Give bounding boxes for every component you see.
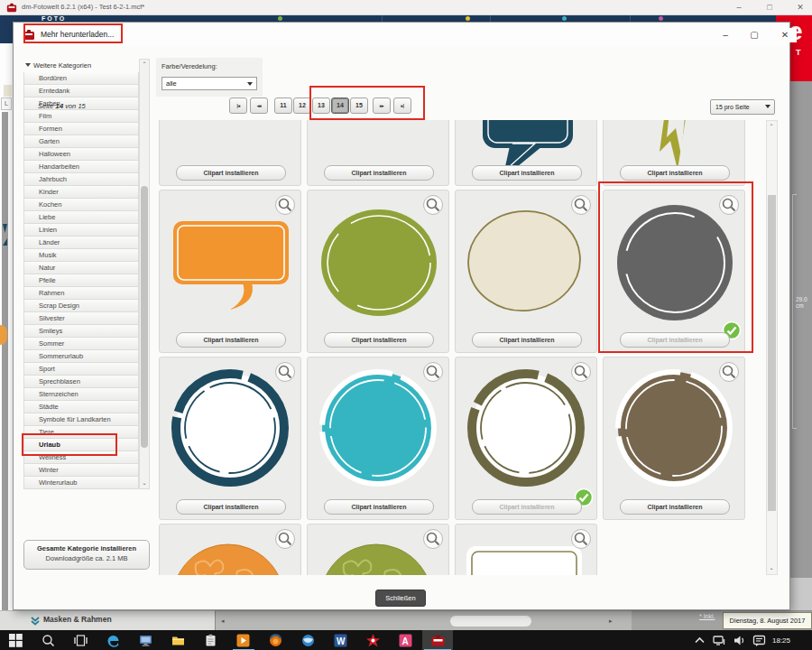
page-button-12[interactable]: 12 <box>293 98 311 114</box>
sidebar-item[interactable]: Städte <box>23 401 139 413</box>
tray-chevron-up-icon[interactable] <box>693 634 706 647</box>
sidebar-item[interactable]: Sommerurlaub <box>23 350 139 363</box>
sidebar-item[interactable]: Scrap Design <box>23 300 139 312</box>
clipart-install-button[interactable]: Clipart installieren <box>176 499 286 515</box>
panel-chevron-icon[interactable] <box>31 617 40 626</box>
clipart-install-button[interactable]: Clipart installieren <box>324 332 434 348</box>
firefox-icon[interactable] <box>269 634 282 647</box>
start-button-icon[interactable] <box>9 634 23 647</box>
sidebar-item[interactable]: Sport <box>23 363 139 376</box>
sidebar-item[interactable]: Formen <box>23 123 139 135</box>
scroll-up-icon[interactable]: ⌃ <box>140 60 149 70</box>
main-maximize-button[interactable]: □ <box>760 2 780 14</box>
clipart-install-button[interactable]: Clipart installieren <box>324 165 434 181</box>
grid-scrollbar[interactable]: ⌃ ⌄ <box>766 120 778 575</box>
dialog-maximize-button[interactable]: ▢ <box>743 28 766 42</box>
sidebar-item[interactable]: Kinder <box>23 186 139 199</box>
dialog-close-button[interactable]: ✕ <box>773 28 797 42</box>
horizontal-scrollbar[interactable]: ◂ ▸ <box>215 610 632 630</box>
task-view-icon[interactable] <box>74 634 88 647</box>
page-button-11[interactable]: 11 <box>274 98 292 114</box>
zoom-preview-icon[interactable] <box>571 529 591 549</box>
zoom-preview-icon[interactable] <box>423 195 443 215</box>
photo-app-icon[interactable] <box>366 634 380 647</box>
mail-app-icon[interactable] <box>301 634 315 647</box>
horizontal-scrollbar-thumb[interactable] <box>450 616 531 627</box>
media-player-icon[interactable] <box>236 634 250 647</box>
clipart-install-button[interactable]: Clipart installieren <box>620 165 730 181</box>
last-page-button[interactable]: ▸| <box>393 98 411 114</box>
zoom-preview-icon[interactable] <box>423 529 443 549</box>
volume-icon[interactable] <box>733 634 746 647</box>
sidebar-item[interactable]: Kochen <box>23 199 139 211</box>
sidebar-item[interactable]: Halloween <box>23 148 139 161</box>
sidebar-item[interactable]: Natur <box>23 262 139 274</box>
sidebar-item[interactable]: Symbole für Landkarten <box>23 413 139 426</box>
sidebar-item[interactable]: Garten <box>23 135 139 148</box>
sidebar-item[interactable]: Film <box>23 110 139 123</box>
per-page-select[interactable]: 15 pro Seite <box>710 99 775 115</box>
sidebar-item[interactable]: Sternzeichen <box>23 388 139 401</box>
sidebar-item[interactable]: Winter <box>23 464 139 477</box>
zoom-preview-icon[interactable] <box>719 362 739 382</box>
sidebar-item[interactable]: Wellness <box>23 451 139 464</box>
zoom-preview-icon[interactable] <box>423 362 443 382</box>
page-button-14-active[interactable]: 14 <box>331 98 349 114</box>
sidebar-scrollbar[interactable]: ⌃ ⌄ <box>139 59 150 489</box>
sidebar-item-urlaub-selected[interactable]: Urlaub <box>23 439 139 451</box>
grid-scrollbar-thumb[interactable] <box>768 195 776 511</box>
dialog-minimize-button[interactable]: – <box>714 28 737 42</box>
main-minimize-button[interactable]: – <box>729 2 749 14</box>
zoom-preview-icon[interactable] <box>571 362 591 382</box>
sidebar-item[interactable]: Sprechblasen <box>23 376 139 388</box>
sidebar-item[interactable]: Erntedank <box>23 85 139 98</box>
remote-desktop-icon[interactable] <box>139 634 152 647</box>
search-icon[interactable] <box>42 634 55 647</box>
sidebar-item[interactable]: Smileys <box>23 325 139 338</box>
sidebar-item[interactable]: Bordüren <box>23 72 139 85</box>
install-category-button[interactable]: Gesamte Kategorie installieren Downloadg… <box>23 540 150 570</box>
zoom-preview-icon[interactable] <box>275 195 295 215</box>
clipart-install-button[interactable]: Clipart installieren <box>472 165 582 181</box>
edge-browser-icon[interactable] <box>106 634 120 647</box>
sidebar-item[interactable]: Jahrbuch <box>23 173 139 186</box>
panel-label[interactable]: Masken & Rahmen <box>43 615 112 624</box>
clipart-install-button[interactable]: Clipart installieren <box>176 332 286 348</box>
sidebar-item[interactable]: Liebe <box>23 211 139 224</box>
sidebar-item[interactable]: Handarbeiten <box>23 161 139 173</box>
access-icon[interactable]: A <box>399 634 412 647</box>
zoom-preview-icon[interactable] <box>275 362 295 382</box>
page-button-13[interactable]: 13 <box>312 98 330 114</box>
clipart-install-button[interactable]: Clipart installieren <box>472 332 582 348</box>
sidebar-item[interactable]: Silvester <box>23 312 139 325</box>
dm-fotowelt-taskbar-icon[interactable] <box>431 634 445 647</box>
scroll-left-icon[interactable]: ◂ <box>221 618 225 625</box>
first-page-button[interactable]: |◂ <box>229 98 247 114</box>
scroll-down-icon[interactable]: ⌄ <box>767 563 776 573</box>
filter-select[interactable]: alle <box>161 77 257 90</box>
scroll-up-icon[interactable]: ⌃ <box>767 122 776 132</box>
zoom-preview-icon[interactable] <box>571 195 591 215</box>
notification-icon[interactable] <box>752 634 766 647</box>
sidebar-item[interactable]: Länder <box>23 237 139 249</box>
file-explorer-icon[interactable] <box>171 634 185 647</box>
main-close-button[interactable]: ✕ <box>790 2 810 14</box>
scroll-down-icon[interactable]: ⌄ <box>140 478 149 488</box>
sidebar-item[interactable]: Tiere <box>23 426 139 439</box>
sidebar-item[interactable]: Winterurlaub <box>23 477 139 489</box>
sidebar-scrollbar-thumb[interactable] <box>141 186 148 448</box>
zoom-preview-icon[interactable] <box>719 195 739 215</box>
next-page-button[interactable]: ▸▸ <box>373 98 391 114</box>
clipart-install-button[interactable]: Clipart installieren <box>324 499 434 515</box>
close-dialog-button[interactable]: Schließen <box>375 590 426 607</box>
sidebar-item[interactable]: Pfeile <box>23 274 139 287</box>
taskbar-clock[interactable]: 18:25 <box>772 636 790 645</box>
prev-page-button[interactable]: ◂◂ <box>250 98 268 114</box>
clipart-install-button[interactable]: Clipart installieren <box>176 165 286 181</box>
network-icon[interactable] <box>713 634 726 647</box>
page-button-15[interactable]: 15 <box>350 98 368 114</box>
scroll-right-icon[interactable]: ▸ <box>609 618 613 625</box>
sidebar-item[interactable]: Musik <box>23 249 139 262</box>
sidebar-item[interactable]: Linien <box>23 224 139 237</box>
notes-app-icon[interactable] <box>204 634 217 647</box>
